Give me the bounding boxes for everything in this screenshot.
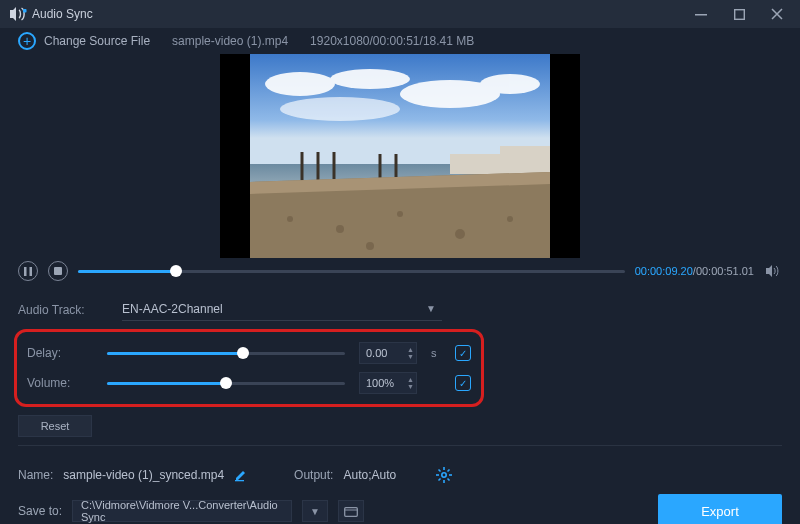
svg-rect-11 [500,146,550,160]
volume-input[interactable]: 100% ▲▼ [359,372,417,394]
svg-rect-25 [54,267,62,275]
current-time: 00:00:09.20 [635,265,693,277]
titlebar: Audio Sync [0,0,800,28]
open-folder-button[interactable] [338,500,364,522]
svg-rect-23 [24,267,27,276]
delay-apply-toggle[interactable]: ✓ [455,345,471,361]
source-filename: sample-video (1).mp4 [172,34,288,48]
svg-rect-1 [695,14,707,16]
change-source-label: Change Source File [44,34,150,48]
delay-input[interactable]: 0.00 ▲▼ [359,342,417,364]
source-row: + Change Source File sample-video (1).mp… [0,28,800,54]
svg-line-32 [439,470,441,472]
stepper-arrows-icon[interactable]: ▲▼ [407,376,414,390]
output-settings-button[interactable] [436,467,452,483]
delay-label: Delay: [27,346,93,360]
delay-slider[interactable] [107,343,345,363]
save-path-field[interactable]: C:\Vidmore\Vidmore V...Converter\Audio S… [72,500,292,522]
svg-rect-26 [235,480,244,481]
player-bar: 00:00:09.20/00:00:51.01 [0,258,800,285]
name-label: Name: [18,468,53,482]
svg-rect-24 [30,267,33,276]
volume-apply-toggle[interactable]: ✓ [455,375,471,391]
audio-controls: Audio Track: EN-AAC-2Channel ▼ Delay: 0.… [0,285,800,452]
svg-line-34 [448,470,450,472]
svg-rect-2 [734,9,744,19]
volume-icon[interactable] [764,262,782,280]
svg-point-21 [507,216,513,222]
stop-button[interactable] [48,261,68,281]
volume-value: 100% [366,377,394,389]
edit-name-button[interactable] [234,468,248,482]
preview-area [0,54,800,258]
stepper-arrows-icon[interactable]: ▲▼ [407,346,414,360]
output-name-value: sample-video (1)_synced.mp4 [63,468,224,482]
svg-point-20 [455,229,465,239]
audio-track-label: Audio Track: [18,303,108,317]
delay-value: 0.00 [366,347,387,359]
audio-track-value: EN-AAC-2Channel [122,302,223,316]
svg-rect-0 [23,9,27,13]
export-button[interactable]: Export [658,494,782,524]
svg-point-22 [366,242,374,250]
svg-point-17 [287,216,293,222]
output-format-value: Auto;Auto [343,468,396,482]
save-to-label: Save to: [18,504,62,518]
highlighted-controls: Delay: 0.00 ▲▼ s ✓ Volume: 100% ▲▼ [14,329,484,407]
change-source-button[interactable]: + Change Source File [18,32,150,50]
close-button[interactable] [758,0,796,28]
svg-line-35 [439,479,441,481]
output-section: Name: sample-video (1)_synced.mp4 Output… [0,452,800,524]
plus-circle-icon: + [18,32,36,50]
divider [18,445,782,446]
svg-point-19 [397,211,403,217]
volume-label: Volume: [27,376,93,390]
output-label: Output: [294,468,333,482]
svg-point-4 [265,72,335,96]
svg-point-27 [442,473,446,477]
audio-track-select[interactable]: EN-AAC-2Channel ▼ [122,299,442,321]
play-pause-button[interactable] [18,261,38,281]
maximize-button[interactable] [720,0,758,28]
seek-slider[interactable] [78,261,625,281]
svg-point-8 [280,97,400,121]
source-info: 1920x1080/00:00:51/18.41 MB [310,34,474,48]
minimize-button[interactable] [682,0,720,28]
app-title: Audio Sync [32,7,93,21]
app-icon [8,4,28,24]
svg-rect-36 [345,507,358,516]
chevron-down-icon: ▼ [426,303,436,314]
svg-point-7 [480,74,540,94]
svg-line-33 [448,479,450,481]
delay-unit: s [431,347,441,359]
timecode: 00:00:09.20/00:00:51.01 [635,265,754,277]
svg-point-5 [330,69,410,89]
svg-point-18 [336,225,344,233]
total-time: 00:00:51.01 [696,265,754,277]
path-dropdown-button[interactable]: ▼ [302,500,328,522]
video-preview[interactable] [220,54,580,258]
volume-slider[interactable] [107,373,345,393]
reset-button[interactable]: Reset [18,415,92,437]
